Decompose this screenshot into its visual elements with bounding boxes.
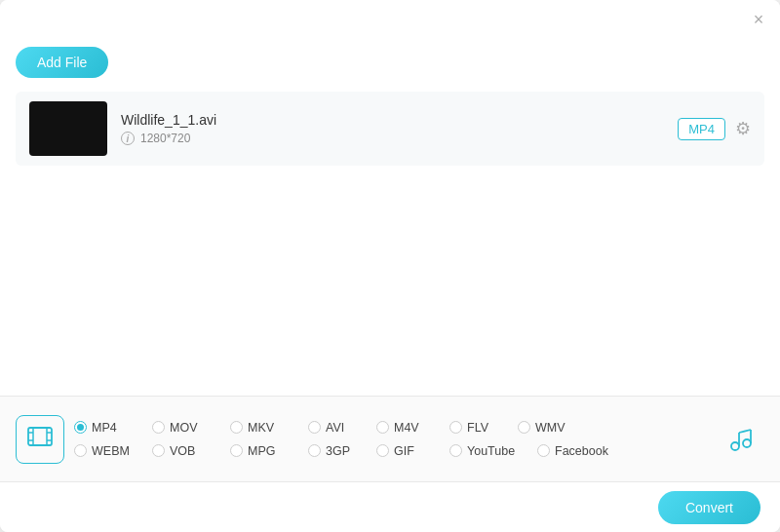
info-icon: i (121, 132, 135, 145)
format-label-avi: AVI (326, 421, 344, 435)
radio-vob (152, 444, 165, 457)
svg-rect-0 (28, 428, 52, 445)
convert-button[interactable]: Convert (658, 491, 760, 524)
format-option-avi[interactable]: AVI (308, 421, 376, 435)
close-button[interactable]: × (751, 12, 766, 27)
format-label-flv: FLV (467, 421, 488, 435)
format-option-3gp[interactable]: 3GP (308, 444, 376, 458)
video-format-icon-box[interactable] (16, 415, 64, 464)
file-thumbnail (29, 101, 107, 156)
add-file-button[interactable]: Add File (16, 47, 108, 78)
format-option-vob[interactable]: VOB (152, 444, 230, 458)
file-list: Wildlife_1_1.avi i 1280*720 MP4 ⚙ (0, 86, 780, 396)
radio-mkv (230, 421, 243, 434)
format-badge[interactable]: MP4 (678, 118, 725, 140)
format-option-mp4[interactable]: MP4 (74, 421, 152, 435)
radio-mov (152, 421, 165, 434)
settings-icon[interactable]: ⚙ (735, 118, 751, 139)
format-label-m4v: M4V (394, 421, 419, 435)
file-name: Wildlife_1_1.avi (121, 112, 664, 128)
radio-gif (376, 444, 389, 457)
file-info: Wildlife_1_1.avi i 1280*720 (121, 112, 664, 145)
format-label-facebook: Facebook (555, 444, 608, 458)
svg-point-7 (731, 442, 739, 450)
radio-mp4 (74, 421, 87, 434)
format-option-mkv[interactable]: MKV (230, 421, 308, 435)
radio-m4v (376, 421, 389, 434)
format-row-2: WEBM VOB MPG 3GP (74, 444, 706, 458)
svg-point-8 (743, 439, 751, 447)
radio-avi (308, 421, 321, 434)
format-label-youtube: YouTube (467, 444, 515, 458)
file-actions: MP4 ⚙ (678, 118, 751, 140)
format-label-vob: VOB (170, 444, 195, 458)
format-label-webm: WEBM (92, 444, 130, 458)
format-grid: MP4 MOV MKV AVI (74, 421, 706, 458)
radio-mpg (230, 444, 243, 457)
radio-facebook (537, 444, 550, 457)
format-option-mpg[interactable]: MPG (230, 444, 308, 458)
format-option-mov[interactable]: MOV (152, 421, 230, 435)
format-option-wmv[interactable]: WMV (518, 421, 586, 435)
radio-webm (74, 444, 87, 457)
format-label-mpg: MPG (248, 444, 275, 458)
radio-flv (449, 421, 462, 434)
svg-line-11 (739, 430, 751, 433)
format-label-mov: MOV (170, 421, 197, 435)
title-bar: × (0, 0, 780, 39)
format-option-youtube[interactable]: YouTube (449, 444, 537, 458)
radio-wmv (518, 421, 530, 434)
format-option-flv[interactable]: FLV (449, 421, 518, 435)
bottom-panel: MP4 MOV MKV AVI (0, 396, 780, 481)
format-option-gif[interactable]: GIF (376, 444, 449, 458)
format-option-m4v[interactable]: M4V (376, 421, 449, 435)
format-label-wmv: WMV (535, 421, 566, 435)
radio-3gp (308, 444, 321, 457)
file-meta: i 1280*720 (121, 132, 664, 145)
audio-format-icon-box[interactable] (716, 415, 764, 464)
format-label-3gp: 3GP (326, 444, 350, 458)
radio-youtube (449, 444, 462, 457)
footer: Convert (0, 481, 780, 532)
format-label-mkv: MKV (248, 421, 274, 435)
toolbar: Add File (0, 39, 780, 86)
format-label-gif: GIF (394, 444, 414, 458)
format-option-webm[interactable]: WEBM (74, 444, 152, 458)
film-icon (26, 423, 54, 456)
file-resolution: 1280*720 (140, 132, 190, 145)
file-item: Wildlife_1_1.avi i 1280*720 MP4 ⚙ (16, 92, 764, 166)
format-row-1: MP4 MOV MKV AVI (74, 421, 706, 435)
format-label-mp4: MP4 (92, 421, 117, 435)
app-window: × Add File Wildlife_1_1.avi i 1280*720 M… (0, 0, 780, 532)
format-option-facebook[interactable]: Facebook (537, 444, 615, 458)
